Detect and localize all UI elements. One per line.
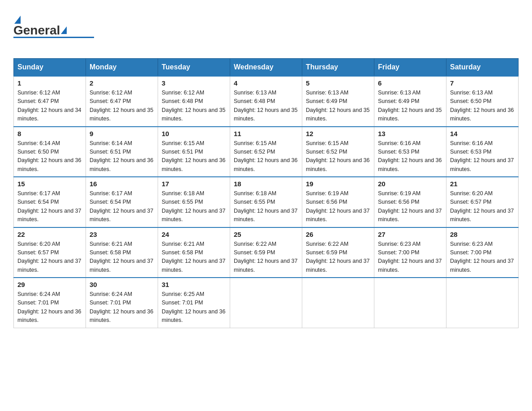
day-number: 3 xyxy=(162,79,226,87)
calendar-cell: 7 Sunrise: 6:13 AM Sunset: 6:50 PM Dayli… xyxy=(446,76,519,127)
day-info: Sunrise: 6:21 AM Sunset: 6:58 PM Dayligh… xyxy=(90,240,154,275)
day-info: Sunrise: 6:24 AM Sunset: 7:01 PM Dayligh… xyxy=(90,290,154,325)
calendar-cell: 10 Sunrise: 6:15 AM Sunset: 6:51 PM Dayl… xyxy=(158,127,230,177)
logo-triangle-icon xyxy=(14,16,21,24)
weekday-monday: Monday xyxy=(86,59,158,77)
logo-arrow-icon xyxy=(61,26,67,34)
day-number: 17 xyxy=(162,180,226,188)
day-info: Sunrise: 6:17 AM Sunset: 6:54 PM Dayligh… xyxy=(17,189,82,224)
day-number: 27 xyxy=(378,231,442,238)
calendar-cell: 1 Sunrise: 6:12 AM Sunset: 6:47 PM Dayli… xyxy=(14,76,86,127)
day-info: Sunrise: 6:15 AM Sunset: 6:52 PM Dayligh… xyxy=(234,139,298,174)
day-number: 11 xyxy=(234,130,298,137)
day-number: 7 xyxy=(450,79,515,87)
day-info: Sunrise: 6:13 AM Sunset: 6:49 PM Dayligh… xyxy=(378,89,442,124)
calendar-cell: 30 Sunrise: 6:24 AM Sunset: 7:01 PM Dayl… xyxy=(86,278,158,328)
logo: General xyxy=(13,13,94,49)
calendar-body: 1 Sunrise: 6:12 AM Sunset: 6:47 PM Dayli… xyxy=(14,76,519,328)
day-info: Sunrise: 6:12 AM Sunset: 6:47 PM Dayligh… xyxy=(17,89,82,124)
calendar-cell: 21 Sunrise: 6:20 AM Sunset: 6:57 PM Dayl… xyxy=(446,177,519,227)
day-number: 22 xyxy=(17,231,82,238)
day-number: 29 xyxy=(17,281,82,288)
calendar-cell xyxy=(374,278,446,328)
day-number: 9 xyxy=(90,130,154,137)
day-info: Sunrise: 6:15 AM Sunset: 6:52 PM Dayligh… xyxy=(306,139,370,174)
day-number: 18 xyxy=(234,180,298,188)
calendar-week-4: 22 Sunrise: 6:20 AM Sunset: 6:57 PM Dayl… xyxy=(14,227,519,278)
weekday-thursday: Thursday xyxy=(302,59,374,77)
calendar-cell: 17 Sunrise: 6:18 AM Sunset: 6:55 PM Dayl… xyxy=(158,177,230,227)
calendar-week-5: 29 Sunrise: 6:24 AM Sunset: 7:01 PM Dayl… xyxy=(14,278,519,328)
calendar-cell: 6 Sunrise: 6:13 AM Sunset: 6:49 PM Dayli… xyxy=(374,76,446,127)
day-info: Sunrise: 6:22 AM Sunset: 6:59 PM Dayligh… xyxy=(306,240,370,275)
calendar-cell: 24 Sunrise: 6:21 AM Sunset: 6:58 PM Dayl… xyxy=(158,227,230,278)
weekday-tuesday: Tuesday xyxy=(158,59,230,77)
day-number: 24 xyxy=(162,231,226,238)
calendar-cell: 2 Sunrise: 6:12 AM Sunset: 6:47 PM Dayli… xyxy=(86,76,158,127)
logo-general-text2: General xyxy=(13,23,60,38)
weekday-wednesday: Wednesday xyxy=(230,59,302,77)
day-number: 13 xyxy=(378,130,442,137)
calendar-header: SundayMondayTuesdayWednesdayThursdayFrid… xyxy=(14,59,519,77)
day-info: Sunrise: 6:23 AM Sunset: 7:00 PM Dayligh… xyxy=(378,240,442,275)
calendar-cell: 12 Sunrise: 6:15 AM Sunset: 6:52 PM Dayl… xyxy=(302,127,374,177)
calendar-cell: 22 Sunrise: 6:20 AM Sunset: 6:57 PM Dayl… xyxy=(14,227,86,278)
day-number: 2 xyxy=(90,79,154,87)
day-info: Sunrise: 6:18 AM Sunset: 6:55 PM Dayligh… xyxy=(234,189,298,224)
calendar-week-2: 8 Sunrise: 6:14 AM Sunset: 6:50 PM Dayli… xyxy=(14,127,519,177)
day-info: Sunrise: 6:14 AM Sunset: 6:50 PM Dayligh… xyxy=(17,139,82,174)
day-number: 5 xyxy=(306,79,370,87)
day-info: Sunrise: 6:20 AM Sunset: 6:57 PM Dayligh… xyxy=(450,189,515,224)
calendar-cell xyxy=(302,278,374,328)
day-number: 21 xyxy=(450,180,515,188)
day-number: 1 xyxy=(17,79,82,87)
logo-underline xyxy=(13,37,94,38)
weekday-saturday: Saturday xyxy=(446,59,519,77)
calendar-cell: 25 Sunrise: 6:22 AM Sunset: 6:59 PM Dayl… xyxy=(230,227,302,278)
calendar-cell: 19 Sunrise: 6:19 AM Sunset: 6:56 PM Dayl… xyxy=(302,177,374,227)
day-number: 23 xyxy=(90,231,154,238)
calendar-cell: 31 Sunrise: 6:25 AM Sunset: 7:01 PM Dayl… xyxy=(158,278,230,328)
day-info: Sunrise: 6:25 AM Sunset: 7:01 PM Dayligh… xyxy=(162,290,226,325)
day-info: Sunrise: 6:16 AM Sunset: 6:53 PM Dayligh… xyxy=(450,139,515,174)
day-info: Sunrise: 6:12 AM Sunset: 6:47 PM Dayligh… xyxy=(90,89,154,124)
day-info: Sunrise: 6:19 AM Sunset: 6:56 PM Dayligh… xyxy=(306,189,370,224)
calendar-table: SundayMondayTuesdayWednesdayThursdayFrid… xyxy=(13,58,519,328)
calendar-cell: 23 Sunrise: 6:21 AM Sunset: 6:58 PM Dayl… xyxy=(86,227,158,278)
day-info: Sunrise: 6:20 AM Sunset: 6:57 PM Dayligh… xyxy=(17,240,82,275)
day-info: Sunrise: 6:22 AM Sunset: 6:59 PM Dayligh… xyxy=(234,240,298,275)
day-info: Sunrise: 6:13 AM Sunset: 6:48 PM Dayligh… xyxy=(234,89,298,124)
calendar-week-1: 1 Sunrise: 6:12 AM Sunset: 6:47 PM Dayli… xyxy=(14,76,519,127)
calendar-cell: 4 Sunrise: 6:13 AM Sunset: 6:48 PM Dayli… xyxy=(230,76,302,127)
day-info: Sunrise: 6:24 AM Sunset: 7:01 PM Dayligh… xyxy=(17,290,82,325)
calendar-cell: 9 Sunrise: 6:14 AM Sunset: 6:51 PM Dayli… xyxy=(86,127,158,177)
day-info: Sunrise: 6:14 AM Sunset: 6:51 PM Dayligh… xyxy=(90,139,154,174)
day-number: 26 xyxy=(306,231,370,238)
calendar-cell: 18 Sunrise: 6:18 AM Sunset: 6:55 PM Dayl… xyxy=(230,177,302,227)
page-header: General xyxy=(13,13,519,49)
calendar-cell: 26 Sunrise: 6:22 AM Sunset: 6:59 PM Dayl… xyxy=(302,227,374,278)
day-info: Sunrise: 6:19 AM Sunset: 6:56 PM Dayligh… xyxy=(378,189,442,224)
day-number: 6 xyxy=(378,79,442,87)
day-info: Sunrise: 6:17 AM Sunset: 6:54 PM Dayligh… xyxy=(90,189,154,224)
day-number: 12 xyxy=(306,130,370,137)
day-number: 14 xyxy=(450,130,515,137)
day-number: 28 xyxy=(450,231,515,238)
day-number: 20 xyxy=(378,180,442,188)
calendar-cell: 3 Sunrise: 6:12 AM Sunset: 6:48 PM Dayli… xyxy=(158,76,230,127)
calendar-cell: 13 Sunrise: 6:16 AM Sunset: 6:53 PM Dayl… xyxy=(374,127,446,177)
day-info: Sunrise: 6:13 AM Sunset: 6:49 PM Dayligh… xyxy=(306,89,370,124)
day-number: 8 xyxy=(17,130,82,137)
calendar-cell: 16 Sunrise: 6:17 AM Sunset: 6:54 PM Dayl… xyxy=(86,177,158,227)
calendar-cell: 11 Sunrise: 6:15 AM Sunset: 6:52 PM Dayl… xyxy=(230,127,302,177)
calendar-cell xyxy=(446,278,519,328)
day-number: 25 xyxy=(234,231,298,238)
day-info: Sunrise: 6:23 AM Sunset: 7:00 PM Dayligh… xyxy=(450,240,515,275)
weekday-friday: Friday xyxy=(374,59,446,77)
calendar-cell: 8 Sunrise: 6:14 AM Sunset: 6:50 PM Dayli… xyxy=(14,127,86,177)
day-number: 15 xyxy=(17,180,82,188)
day-info: Sunrise: 6:13 AM Sunset: 6:50 PM Dayligh… xyxy=(450,89,515,124)
day-number: 4 xyxy=(234,79,298,87)
weekday-sunday: Sunday xyxy=(14,59,86,77)
weekday-header-row: SundayMondayTuesdayWednesdayThursdayFrid… xyxy=(14,59,519,77)
